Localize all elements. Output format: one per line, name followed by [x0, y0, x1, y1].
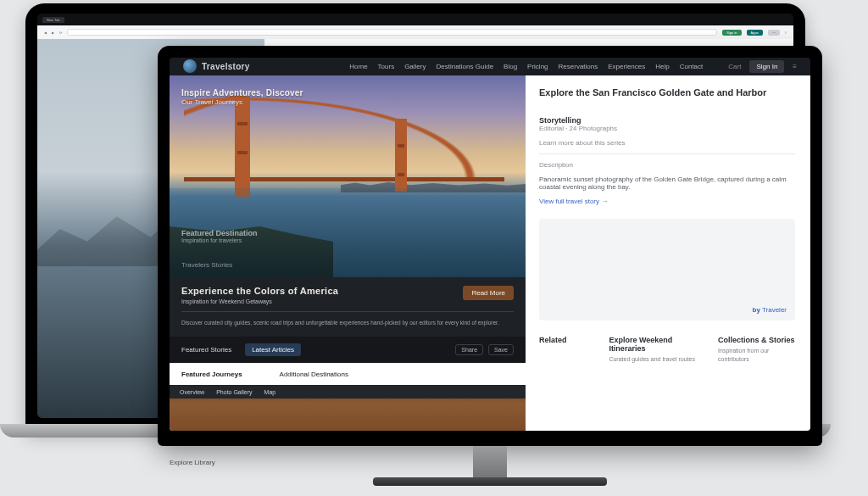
tab-active[interactable]: Latest Articles	[245, 343, 301, 356]
hero-bottom-caption: Travelers Stories	[181, 261, 232, 269]
nav-item[interactable]: Tours	[378, 63, 395, 70]
nav-item[interactable]: Gallery	[404, 63, 426, 70]
nav-item[interactable]: Help	[655, 63, 669, 70]
divider	[181, 311, 514, 312]
monitor-stand-neck	[473, 446, 507, 482]
sub-row: Featured Journeys Additional Destination…	[170, 363, 526, 385]
browser-tab[interactable]: New Tab	[42, 17, 64, 23]
share-button[interactable]: Share	[455, 344, 483, 355]
feature-band: Experience the Colors of America Inspira…	[170, 277, 526, 337]
monitor-stand-base	[373, 477, 607, 486]
site-body: Inspire Adventures, Discover Our Travel …	[170, 75, 810, 431]
related-item[interactable]: Explore Weekend Itineraries Curated guid…	[609, 336, 703, 364]
hero-column: Inspire Adventures, Discover Our Travel …	[170, 75, 526, 431]
nav-item[interactable]: Blog	[504, 63, 517, 70]
related-item[interactable]: Collections & Stories Inspiration from o…	[718, 336, 795, 364]
cart-link[interactable]: Cart	[728, 63, 741, 70]
brand[interactable]: Travelstory	[183, 59, 250, 73]
side-description: Panoramic sunset photography of the Gold…	[539, 176, 795, 191]
related-item-sub: Curated guides and travel routes	[609, 355, 703, 364]
nav-item[interactable]: Experiences	[608, 63, 645, 70]
forward-icon[interactable]: ▶	[52, 31, 54, 35]
hero-image: Inspire Adventures, Discover Our Travel …	[170, 75, 526, 277]
site-header: Travelstory Home Tours Gallery Destinati…	[170, 58, 810, 75]
nav-item[interactable]: Home	[349, 63, 367, 70]
brand-name: Travelstory	[202, 62, 250, 71]
side-title: Explore the San Francisco Golden Gate an…	[539, 87, 795, 98]
sub-row-lead[interactable]: Featured Journeys	[181, 371, 242, 378]
reload-icon[interactable]: ⟳	[59, 31, 62, 35]
toolbar-item[interactable]: Overview	[180, 389, 204, 395]
feature-desc: Discover curated city guides, scenic roa…	[181, 319, 514, 326]
read-more-button[interactable]: Read More	[463, 286, 514, 300]
related-item-title: Explore Weekend Itineraries	[609, 336, 703, 353]
comment-panel[interactable]: by Traveler	[539, 219, 795, 320]
apps-pill[interactable]: Apps	[747, 30, 763, 36]
side-note: Learn more about this series	[539, 139, 795, 147]
side-column: Explore the San Francisco Golden Gate an…	[526, 75, 810, 431]
nav-item[interactable]: Pricing	[527, 63, 548, 70]
nav-item[interactable]: Contact	[680, 63, 704, 70]
related-item-title: Collections & Stories	[718, 336, 795, 344]
related-row: Related Explore Weekend Itineraries Cura…	[539, 336, 795, 364]
side-section: Storytelling Editorial · 24 Photographs	[539, 116, 795, 132]
toolbar-pill[interactable]: ⋯	[768, 30, 780, 36]
foreground-hill	[170, 226, 333, 277]
view-story-link[interactable]: View full travel story →	[539, 198, 795, 205]
header-right: Cart Sign In ≡	[728, 60, 797, 73]
hero-kicker-sub: Our Travel Journeys	[181, 98, 303, 108]
nav-item[interactable]: Destinations Guide	[436, 63, 493, 70]
side-section-sub: Editorial · 24 Photographs	[539, 125, 795, 132]
desc-label: Description	[539, 161, 795, 169]
golden-gate-bridge	[184, 95, 504, 197]
related-label-col: Related	[539, 336, 593, 364]
hero-kicker: Inspire Adventures, Discover Our Travel …	[181, 87, 303, 108]
hero-mid-sub: Inspiration for travelers	[181, 237, 258, 243]
divider	[539, 153, 795, 154]
monitor-device: Travelstory Home Tours Gallery Destinati…	[158, 46, 822, 446]
side-section-name: Storytelling	[539, 116, 795, 125]
panel-tag-label: by	[753, 306, 760, 314]
browser-toolbar: ◀ ▶ ⟳ Sign in Apps ⋯ ≡	[37, 25, 793, 39]
tabs-row: Featured Stories Latest Articles Share S…	[170, 337, 526, 363]
save-button[interactable]: Save	[488, 344, 514, 355]
hero-kicker-title: Inspire Adventures, Discover	[181, 87, 303, 99]
nav-item[interactable]: Reservations	[559, 63, 598, 70]
browser-tab-bar: New Tab	[37, 14, 793, 25]
sub-row-second[interactable]: Additional Destinations	[280, 371, 348, 378]
brown-toolbar: Overview Photo Gallery Map	[170, 385, 526, 398]
hero-mid-caption: Featured Destination Inspiration for tra…	[181, 229, 258, 243]
tab-mini-actions: Share Save	[455, 344, 514, 355]
panel-tag-value: Traveler	[762, 306, 787, 314]
related-item-sub: Inspiration from our contributors	[718, 347, 795, 364]
tab-item[interactable]: Featured Stories	[181, 346, 231, 354]
menu-icon[interactable]: ≡	[785, 31, 787, 35]
signin-pill[interactable]: Sign in	[722, 30, 741, 36]
related-label: Related	[539, 336, 593, 344]
toolbar-item[interactable]: Map	[264, 389, 276, 395]
panel-tag: by Traveler	[753, 306, 787, 314]
brand-logo-icon	[183, 59, 197, 73]
primary-nav: Home Tours Gallery Destinations Guide Bl…	[349, 63, 703, 70]
toolbar-item[interactable]: Photo Gallery	[216, 389, 252, 395]
back-icon[interactable]: ◀	[44, 31, 47, 35]
address-bar[interactable]	[67, 29, 717, 36]
brown-band: Overview Photo Gallery Map	[170, 385, 526, 431]
menu-icon[interactable]: ≡	[793, 63, 797, 70]
signin-button[interactable]: Sign In	[749, 60, 784, 73]
monitor-screen: Travelstory Home Tours Gallery Destinati…	[170, 58, 810, 431]
hero-mid-title: Featured Destination	[181, 229, 258, 237]
